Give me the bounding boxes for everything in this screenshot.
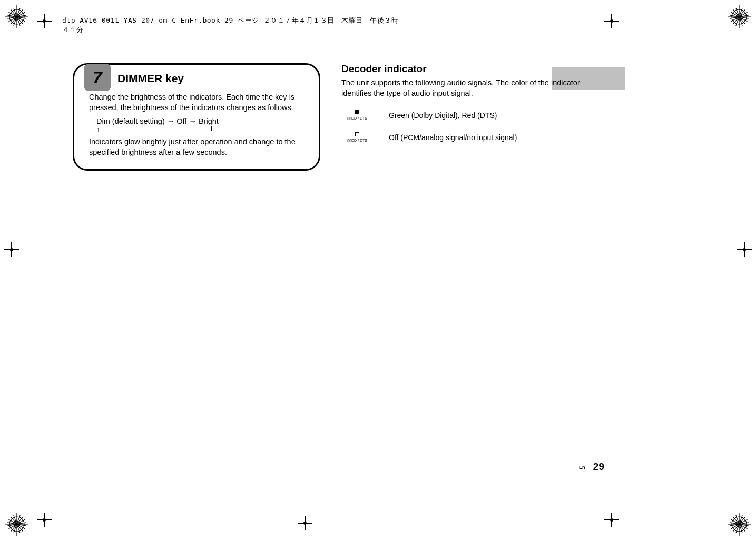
registration-mark-icon (4, 4, 30, 29)
crop-mark-icon (298, 516, 312, 530)
led-on-icon (355, 110, 359, 114)
section-intro: The unit supports the following audio si… (341, 78, 589, 99)
callout-paragraph: Indicators glow brightly just after oper… (89, 137, 304, 158)
indicator-description: Green (Dolby Digital), Red (DTS) (389, 111, 497, 120)
indicator-label: ▯▯DD / DTS (341, 139, 373, 143)
brightness-cycle-text: Dim (default setting) → Off → Bright (96, 117, 304, 125)
registration-mark-icon (726, 4, 752, 29)
dd-dts-indicator-icon: ▯▯DD / DTS (341, 132, 373, 143)
page: dtp_AV16-0011_YAS-207_om_C_EnFr.book 29 … (0, 0, 756, 541)
brightness-cycle: Dim (default setting) → Off → Bright ↑ (96, 117, 304, 134)
crop-mark-icon (4, 242, 19, 257)
crop-mark-icon (604, 14, 619, 28)
footer-page-number: 29 (593, 461, 604, 472)
footer-language: En (579, 465, 585, 470)
dd-dts-indicator-icon: ▯▯DD / DTS (341, 110, 373, 121)
crop-mark-icon (604, 513, 619, 527)
indicator-description: Off (PCM/analog signal/no input signal) (389, 133, 517, 142)
print-header: dtp_AV16-0011_YAS-207_om_C_EnFr.book 29 … (62, 16, 399, 38)
led-off-icon (355, 132, 359, 136)
crop-mark-icon (37, 14, 52, 28)
registration-mark-icon (4, 512, 30, 537)
left-column: 7 DIMMER key Change the brightness of th… (73, 63, 320, 171)
right-column: Decoder indicator The unit supports the … (341, 63, 589, 143)
callout-number-badge: 7 (84, 64, 111, 91)
callout-paragraph: Change the brightness of the indicators.… (89, 92, 304, 113)
indicator-row: ▯▯DD / DTS Off (PCM/analog signal/no inp… (341, 132, 589, 143)
content-area: 7 DIMMER key Change the brightness of th… (73, 63, 604, 473)
crop-mark-icon (737, 242, 752, 257)
callout-title: DIMMER key (117, 72, 184, 85)
section-heading: Decoder indicator (341, 63, 589, 75)
cycle-return-arrow-icon: ↑ (96, 126, 304, 134)
dimmer-callout: 7 DIMMER key Change the brightness of th… (73, 63, 320, 171)
indicator-row: ▯▯DD / DTS Green (Dolby Digital), Red (D… (341, 110, 589, 121)
indicator-label: ▯▯DD / DTS (341, 116, 373, 121)
crop-mark-icon (37, 513, 52, 527)
page-footer: En 29 (579, 461, 604, 473)
registration-mark-icon (726, 512, 752, 537)
print-header-text: dtp_AV16-0011_YAS-207_om_C_EnFr.book 29 … (62, 16, 399, 35)
callout-number: 7 (93, 68, 102, 87)
print-header-rule (62, 38, 399, 38)
